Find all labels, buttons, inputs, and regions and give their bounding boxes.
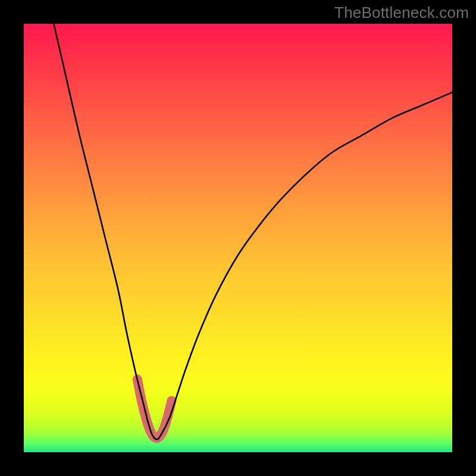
bottleneck-accent-zone bbox=[137, 380, 172, 439]
watermark-text: TheBottleneck.com bbox=[334, 4, 469, 22]
curve-layer bbox=[24, 24, 452, 452]
chart-stage: TheBottleneck.com bbox=[0, 0, 476, 476]
bottleneck-curve bbox=[54, 24, 452, 439]
plot-area bbox=[24, 24, 452, 452]
